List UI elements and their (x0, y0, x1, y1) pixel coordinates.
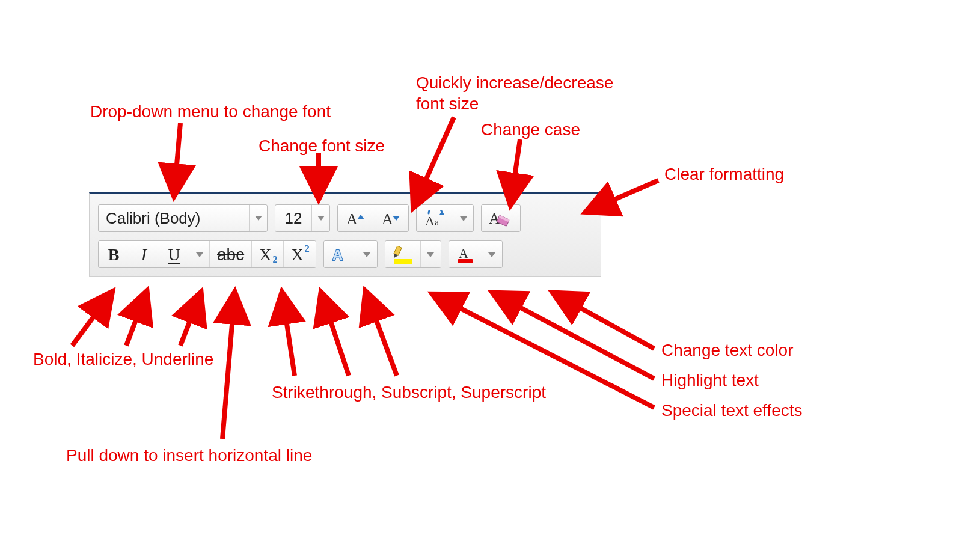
callout-strike-sub-super: Strikethrough, Subscript, Superscript (272, 382, 546, 403)
svg-text:A: A (459, 246, 468, 261)
caret-down-icon (460, 216, 467, 221)
callout-inc-dec-size: Quickly increase/decrease font size (416, 72, 613, 114)
caret-down-icon (363, 252, 370, 257)
callout-hline-pulldown: Pull down to insert horizontal line (66, 445, 312, 466)
increase-font-icon: A (345, 210, 366, 228)
highlight-icon (393, 246, 413, 264)
svg-line-26 (283, 296, 295, 376)
bold-button[interactable]: B (99, 241, 129, 268)
callout-text-effects: Special text effects (661, 400, 803, 421)
svg-line-25 (222, 296, 234, 439)
svg-text:A: A (425, 213, 435, 228)
font-size-combo[interactable]: 12 (275, 204, 330, 232)
svg-rect-16 (458, 259, 473, 263)
font-color-button[interactable]: A (449, 241, 482, 268)
caret-down-icon (317, 216, 325, 221)
svg-text:A: A (332, 247, 343, 263)
basic-format-group: B I U abc X2 X2 (98, 240, 316, 268)
clear-formatting-icon: A (489, 209, 513, 228)
svg-line-17 (174, 123, 180, 192)
svg-line-23 (126, 295, 145, 346)
caret-down-icon (255, 216, 262, 221)
callout-clear-formatting: Clear formatting (664, 163, 784, 185)
subscript-button[interactable]: X2 (251, 241, 283, 268)
highlight-button[interactable] (385, 241, 420, 268)
svg-marker-3 (393, 216, 400, 221)
strikethrough-button[interactable]: abc (209, 241, 251, 268)
clear-formatting-button[interactable]: A (482, 205, 520, 232)
svg-text:A: A (382, 210, 393, 228)
increase-font-size-button[interactable]: A (338, 205, 373, 232)
clear-formatting-group: A (481, 204, 521, 232)
font-color-group: A (449, 240, 503, 268)
callout-font-dropdown: Drop-down menu to change font (90, 101, 331, 122)
svg-marker-1 (357, 215, 364, 219)
svg-text:A: A (346, 210, 358, 228)
font-color-dropdown-caret[interactable] (482, 241, 502, 268)
superscript-button[interactable]: X2 (283, 241, 315, 268)
toolbar-row-2: B I U abc X2 X2 A A (98, 240, 592, 268)
font-name-dropdown-caret[interactable] (249, 205, 267, 231)
font-size-value[interactable]: 12 (275, 205, 311, 231)
svg-text:a: a (435, 217, 439, 227)
svg-line-30 (496, 295, 654, 379)
change-case-dropdown-caret[interactable] (453, 205, 473, 232)
svg-rect-14 (394, 259, 412, 264)
text-effects-dropdown-caret[interactable] (357, 241, 377, 268)
underline-dropdown-caret[interactable] (189, 241, 209, 268)
font-name-value[interactable]: Calibri (Body) (99, 205, 249, 231)
decrease-font-size-button[interactable]: A (373, 205, 408, 232)
callout-change-font-size: Change font size (259, 135, 385, 156)
svg-marker-4 (439, 211, 444, 215)
callout-text-color: Change text color (661, 340, 793, 361)
change-case-group: A a (416, 204, 474, 232)
svg-line-27 (322, 296, 349, 376)
decrease-font-icon: A (381, 210, 401, 228)
caret-down-icon (196, 252, 203, 257)
svg-line-22 (72, 295, 110, 346)
text-effects-button[interactable]: A A (324, 241, 357, 268)
toolbar-row-1: Calibri (Body) 12 A A (98, 204, 592, 232)
svg-line-28 (367, 295, 397, 376)
font-color-icon: A (456, 246, 474, 264)
callout-change-case: Change case (481, 119, 580, 140)
svg-line-29 (556, 295, 654, 349)
change-case-icon: A a (424, 210, 446, 228)
underline-button[interactable]: U (159, 241, 189, 268)
font-name-combo[interactable]: Calibri (Body) (98, 204, 268, 232)
highlight-dropdown-caret[interactable] (420, 241, 441, 268)
callout-highlight: Highlight text (661, 370, 759, 391)
caret-down-icon (427, 252, 434, 257)
italic-button[interactable]: I (129, 241, 159, 268)
callout-bold-italic-underline: Bold, Italicize, Underline (33, 349, 213, 370)
font-toolbar: Calibri (Body) 12 A A (89, 192, 601, 277)
svg-line-19 (415, 117, 454, 204)
font-size-dropdown-caret[interactable] (311, 205, 329, 231)
font-size-steppers: A A (337, 204, 409, 232)
text-effects-group: A A (323, 240, 378, 268)
text-effects-icon: A A (331, 246, 349, 264)
highlight-group (385, 240, 441, 268)
caret-down-icon (488, 252, 495, 257)
change-case-button[interactable]: A a (417, 205, 453, 232)
svg-line-24 (180, 296, 200, 346)
